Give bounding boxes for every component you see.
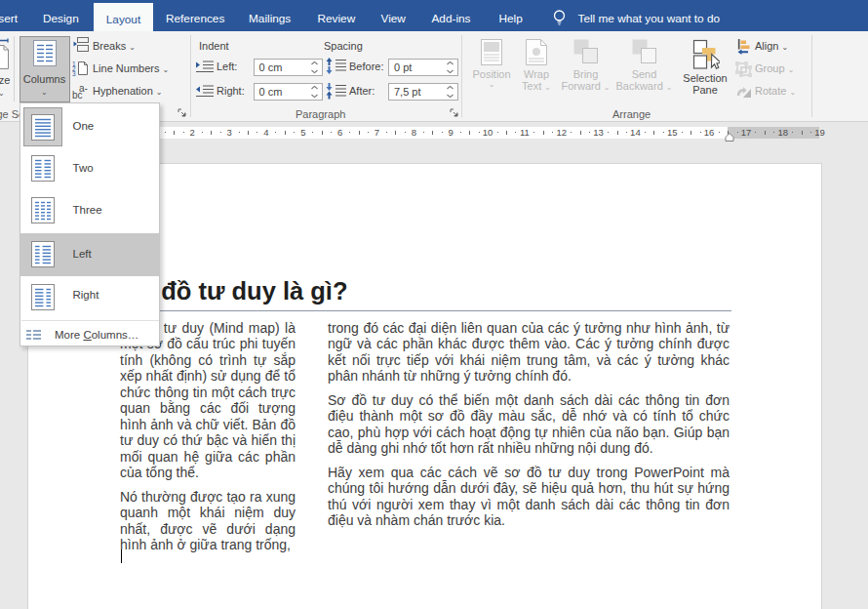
svg-text:3: 3 <box>72 70 76 77</box>
svg-text:a-: a- <box>79 83 88 94</box>
